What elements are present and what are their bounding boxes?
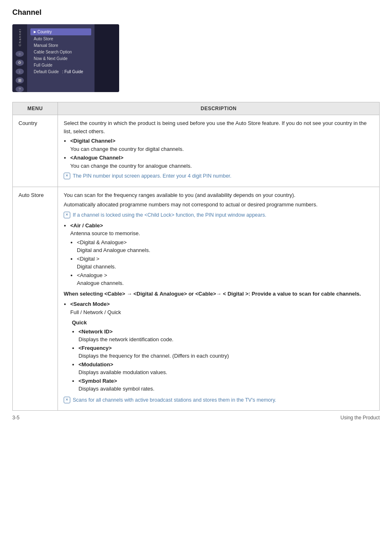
tv-sidebar: Channel ○ ✿ ↕ ▦ ? bbox=[12, 24, 27, 92]
autostore-note1: ✕ If a channel is locked using the <Chil… bbox=[64, 211, 374, 219]
digital-analogue-bullet: <Digital & Analogue> Digital and Analogu… bbox=[77, 238, 374, 254]
menu-autostore: Auto Store bbox=[13, 187, 58, 411]
frequency-item: <Frequency> Displays the frequency for t… bbox=[78, 344, 374, 360]
page-footer: 3-5 Using the Product bbox=[12, 415, 380, 421]
autostore-bullets: <Air / Cable> Antenna source to memorise… bbox=[70, 222, 374, 287]
symbol-rate-label: <Symbol Rate> bbox=[78, 378, 117, 384]
network-id-item: <Network ID> Displays the network identi… bbox=[78, 328, 374, 344]
country-bullet-2: <Analogue Channel> You can change the co… bbox=[70, 154, 374, 170]
modulation-label: <Modulation> bbox=[78, 361, 113, 368]
footer-right: Using the Product bbox=[341, 415, 380, 421]
digital-channel-sub: You can change the country for digital c… bbox=[70, 146, 184, 152]
symbol-rate-item: <Symbol Rate> Displays available symbol … bbox=[78, 377, 374, 393]
quick-items: <Network ID> Displays the network identi… bbox=[78, 328, 374, 393]
quick-label: Quick bbox=[72, 319, 374, 327]
frequency-sub: Displays the frequency for the channel. … bbox=[78, 353, 229, 359]
tv-screenshot: Channel ○ ✿ ↕ ▦ ? ▶ Country Auto Store M… bbox=[12, 24, 119, 92]
air-cable-subbullets: <Digital & Analogue> Digital and Analogu… bbox=[77, 238, 374, 287]
analogue-channel-label: <Analogue Channel> bbox=[70, 155, 123, 161]
analogue-channel-sub: You can change the country for analogue … bbox=[70, 163, 192, 169]
country-bullet-1: <Digital Channel> You can change the cou… bbox=[70, 137, 374, 153]
modulation-sub: Displays available modulation values. bbox=[78, 369, 167, 375]
tv-right-panel bbox=[95, 24, 119, 92]
air-cable-bullet: <Air / Cable> Antenna source to memorise… bbox=[70, 222, 374, 287]
country-intro: Select the country in which the product … bbox=[64, 119, 374, 135]
icon-grid: ▦ bbox=[16, 77, 24, 83]
note-icon-country: ✕ bbox=[64, 173, 70, 179]
description-table: MENU DESCRIPTION Country Select the coun… bbox=[12, 102, 380, 411]
analogue-only-bullet: <Analogue > Analogue channels. bbox=[77, 271, 374, 287]
tv-menu-cablesearch: Cable Search Option bbox=[30, 49, 91, 55]
frequency-label: <Frequency> bbox=[78, 345, 112, 351]
tv-menu-manualstore: Manual Store bbox=[30, 42, 91, 49]
tv-menu-highlighted: ▶ Country bbox=[30, 28, 91, 35]
digital-analogue-sub: Digital and Analogue channels. bbox=[77, 247, 150, 253]
col-header-menu: MENU bbox=[13, 102, 58, 115]
desc-country: Select the country in which the product … bbox=[58, 115, 380, 187]
network-id-label: <Network ID> bbox=[78, 328, 113, 335]
search-mode-sub: Full / Network / Quick bbox=[70, 309, 121, 315]
page-title: Channel bbox=[12, 8, 380, 17]
tv-menu-content: ▶ Country Auto Store Manual Store Cable … bbox=[27, 24, 95, 92]
icon-gear: ✿ bbox=[16, 60, 24, 65]
country-bullets: <Digital Channel> You can change the cou… bbox=[70, 137, 374, 170]
channel-label: Channel bbox=[18, 28, 22, 46]
tv-menu-autostore: Auto Store bbox=[30, 36, 91, 42]
table-row-autostore: Auto Store You can scan for the frequenc… bbox=[13, 187, 380, 411]
desc-autostore: You can scan for the frequency ranges av… bbox=[58, 187, 380, 411]
tv-menu-defaultguide: Default Guide : Full Guide bbox=[30, 69, 91, 75]
footer-left: 3-5 bbox=[12, 415, 19, 421]
icon-circle-1: ○ bbox=[16, 51, 24, 57]
note-icon-autostore1: ✕ bbox=[64, 212, 70, 218]
autostore-intro2: Automatically allocated programme number… bbox=[64, 201, 374, 209]
air-cable-sub: Antenna source to memorise. bbox=[70, 230, 140, 236]
analogue-only-label: <Analogue > bbox=[77, 272, 107, 278]
cable-bullets: <Search Mode> Full / Network / Quick bbox=[70, 300, 374, 316]
modulation-item: <Modulation> Displays available modulati… bbox=[78, 361, 374, 377]
country-note-text: The PIN number input screen appears. Ent… bbox=[73, 172, 231, 180]
search-mode-label: <Search Mode> bbox=[70, 301, 110, 307]
digital-only-sub: Digital channels. bbox=[77, 264, 116, 270]
col-header-desc: DESCRIPTION bbox=[58, 102, 380, 115]
cable-note: When selecting <Cable> → <Digital & Anal… bbox=[64, 290, 374, 298]
digital-only-label: <Digital > bbox=[77, 256, 99, 262]
network-id-sub: Displays the network identification code… bbox=[78, 336, 173, 342]
country-note: ✕ The PIN number input screen appears. E… bbox=[64, 172, 374, 180]
autostore-note2-text: Scans for all channels with active broad… bbox=[73, 396, 276, 404]
icon-arrow: ↕ bbox=[16, 69, 24, 74]
autostore-note1-text: If a channel is locked using the <Child … bbox=[73, 211, 266, 219]
tv-menu-fullguide: Full Guide bbox=[30, 62, 91, 68]
note-icon-autostore2: ✕ bbox=[64, 397, 70, 403]
search-mode-bullet: <Search Mode> Full / Network / Quick bbox=[70, 300, 374, 316]
quick-section: Quick <Network ID> Displays the network … bbox=[72, 319, 374, 393]
digital-channel-label: <Digital Channel> bbox=[70, 138, 115, 144]
digital-analogue-label: <Digital & Analogue> bbox=[77, 239, 127, 245]
autostore-intro1: You can scan for the frequency ranges av… bbox=[64, 191, 374, 199]
analogue-only-sub: Analogue channels. bbox=[77, 280, 124, 286]
icon-question: ? bbox=[16, 86, 24, 92]
symbol-rate-sub: Displays available symbol rates. bbox=[78, 386, 154, 392]
air-cable-label: <Air / Cable> bbox=[70, 222, 103, 229]
autostore-note2: ✕ Scans for all channels with active bro… bbox=[64, 396, 374, 404]
table-row-country: Country Select the country in which the … bbox=[13, 115, 380, 187]
tv-menu-nownext: Now & Next Guide bbox=[30, 56, 91, 62]
menu-country: Country bbox=[13, 115, 58, 187]
digital-only-bullet: <Digital > Digital channels. bbox=[77, 255, 374, 271]
